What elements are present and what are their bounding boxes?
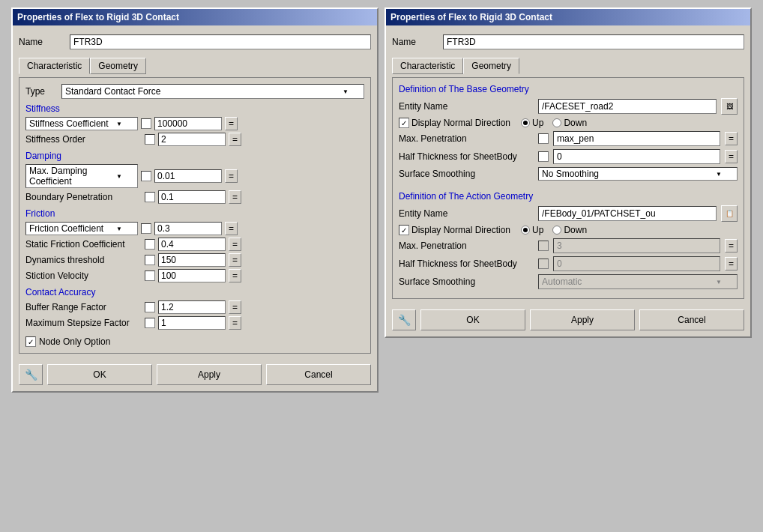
damping-coef-input[interactable] <box>154 169 222 183</box>
action-geo-title: Definition of The Action Geometry <box>399 191 738 202</box>
tab-geometry-2[interactable]: Geometry <box>463 58 519 74</box>
dialog2-name-input[interactable] <box>443 34 744 49</box>
base-half-thick-eq-btn[interactable]: = <box>725 150 738 163</box>
stiffness-order-eq-btn[interactable]: = <box>229 133 241 146</box>
friction-coef-checkbox[interactable] <box>141 223 151 234</box>
dialog1-title: Properties of Flex to Rigid 3D Contact <box>17 12 179 22</box>
dialog1-tab-panel: Type Standard Contact Force ▼ Stiffness … <box>19 77 371 354</box>
max-stepsize-checkbox[interactable] <box>145 318 155 328</box>
action-smoothing-dropdown: Automatic ▼ <box>538 274 738 289</box>
boundary-pen-eq-btn[interactable]: = <box>229 190 241 204</box>
static-friction-eq-btn[interactable]: = <box>229 238 241 251</box>
dialog2-footer: 🔧 OK Apply Cancel <box>386 305 750 336</box>
friction-dropdown-wrapper: Friction Coefficient ▼ <box>25 222 138 235</box>
dialog1-cancel-button[interactable]: Cancel <box>266 364 371 385</box>
base-display-normal-row: Display Normal Direction Up Down <box>399 118 738 128</box>
stiffness-dropdown[interactable]: Stiffness Coefficient ▼ <box>25 117 138 130</box>
node-only-checkbox[interactable] <box>25 336 36 347</box>
stiffness-coef-checkbox[interactable] <box>141 118 151 129</box>
dialog2-icon-button[interactable]: 🔧 <box>392 309 416 330</box>
static-friction-checkbox[interactable] <box>145 239 155 250</box>
action-display-normal-label: Display Normal Direction <box>411 225 510 235</box>
tab-geometry-1[interactable]: Geometry <box>90 58 146 74</box>
base-down-radio[interactable] <box>552 118 561 127</box>
boundary-pen-label: Boundary Penetration <box>25 192 142 202</box>
stiffness-order-input[interactable] <box>158 133 226 146</box>
base-half-thick-input[interactable] <box>553 149 720 164</box>
dialog1-ok-button[interactable]: OK <box>47 364 152 385</box>
buffer-range-checkbox[interactable] <box>145 302 155 312</box>
buffer-range-input[interactable] <box>158 300 226 314</box>
stiction-velocity-input[interactable] <box>158 269 226 282</box>
damping-coef-checkbox[interactable] <box>141 171 151 181</box>
dialog2-apply-button[interactable]: Apply <box>530 309 635 330</box>
action-up-radio-label[interactable]: Up <box>521 225 543 235</box>
dynamics-threshold-checkbox[interactable] <box>145 255 155 265</box>
base-entity-input[interactable] <box>538 99 717 114</box>
type-arrow-icon: ▼ <box>343 88 349 95</box>
action-display-normal-checkbox[interactable] <box>399 225 409 235</box>
dialog2-cancel-button[interactable]: Cancel <box>639 309 744 330</box>
type-label: Type <box>25 86 55 97</box>
base-smoothing-arrow-icon: ▼ <box>716 171 722 178</box>
base-down-radio-label[interactable]: Down <box>552 118 587 128</box>
action-up-radio[interactable] <box>521 226 530 235</box>
tab-characteristic-2[interactable]: Characteristic <box>392 58 463 74</box>
dialog1-titlebar: Properties of Flex to Rigid 3D Contact <box>13 9 377 25</box>
action-down-radio-label[interactable]: Down <box>552 225 587 235</box>
type-value: Standard Contact Force <box>65 86 160 97</box>
base-max-pen-eq-btn[interactable]: = <box>725 132 738 145</box>
action-entity-row: Entity Name 📋 <box>399 205 738 222</box>
boundary-pen-input[interactable] <box>158 190 226 204</box>
stiffness-coef-eq-btn[interactable]: = <box>225 117 238 130</box>
stiffness-coef-input[interactable] <box>154 117 222 130</box>
dynamics-threshold-eq-btn[interactable]: = <box>229 253 241 267</box>
action-entity-input[interactable] <box>538 206 717 221</box>
boundary-pen-checkbox[interactable] <box>145 192 155 202</box>
tab-characteristic-1[interactable]: Characteristic <box>19 58 90 74</box>
action-max-pen-checkbox[interactable] <box>538 241 549 251</box>
action-half-thick-checkbox[interactable] <box>538 259 549 269</box>
stiffness-order-checkbox[interactable] <box>145 134 155 145</box>
base-down-label: Down <box>564 118 587 128</box>
stiffness-arrow-icon: ▼ <box>116 121 122 127</box>
damping-coef-eq-btn[interactable]: = <box>225 169 238 183</box>
friction-arrow-icon: ▼ <box>116 226 122 232</box>
base-up-radio-label[interactable]: Up <box>521 118 543 128</box>
stiffness-section-label: Stiffness <box>25 103 364 114</box>
friction-dropdown[interactable]: Friction Coefficient ▼ <box>25 222 138 235</box>
stiction-velocity-eq-btn[interactable]: = <box>229 269 241 282</box>
dialog1-icon-button[interactable]: 🔧 <box>19 364 43 385</box>
base-browse-button[interactable]: 🖼 <box>721 98 738 115</box>
action-down-radio[interactable] <box>552 226 561 235</box>
base-display-normal-label: Display Normal Direction <box>411 118 510 128</box>
max-stepsize-input[interactable] <box>158 316 226 330</box>
damping-arrow-icon: ▼ <box>116 173 122 180</box>
type-dropdown-wrapper: Standard Contact Force ▼ <box>61 84 364 99</box>
base-half-thick-checkbox[interactable] <box>538 151 549 162</box>
buffer-range-eq-btn[interactable]: = <box>229 300 241 314</box>
friction-coef-eq-btn[interactable]: = <box>225 222 238 235</box>
dialog1-apply-button[interactable]: Apply <box>157 364 262 385</box>
base-max-pen-input[interactable] <box>553 131 720 146</box>
action-half-thick-eq-btn[interactable]: = <box>725 257 738 270</box>
base-up-radio[interactable] <box>521 118 530 127</box>
action-down-label: Down <box>564 225 587 235</box>
base-smoothing-dropdown[interactable]: No Smoothing ▼ <box>538 167 738 181</box>
stiction-velocity-checkbox[interactable] <box>145 270 155 281</box>
action-max-pen-eq-btn[interactable]: = <box>725 239 738 253</box>
damping-dropdown[interactable]: Max. Damping Coefficient ▼ <box>25 164 138 188</box>
max-stepsize-row: Maximum Stepsize Factor = <box>25 316 364 330</box>
action-browse-button[interactable]: 📋 <box>721 205 738 222</box>
dialog2-ok-button[interactable]: OK <box>420 309 525 330</box>
base-max-pen-checkbox[interactable] <box>538 133 549 144</box>
base-entity-row: Entity Name 🖼 <box>399 98 738 115</box>
dynamics-threshold-input[interactable] <box>158 253 226 267</box>
friction-coef-input[interactable] <box>154 222 222 235</box>
base-display-normal-checkbox[interactable] <box>399 118 409 128</box>
static-friction-input[interactable] <box>158 238 226 251</box>
type-dropdown[interactable]: Standard Contact Force ▼ <box>61 84 364 99</box>
node-only-label: Node Only Option <box>39 336 110 347</box>
dialog1-name-input[interactable] <box>70 34 371 49</box>
max-stepsize-eq-btn[interactable]: = <box>229 316 241 330</box>
